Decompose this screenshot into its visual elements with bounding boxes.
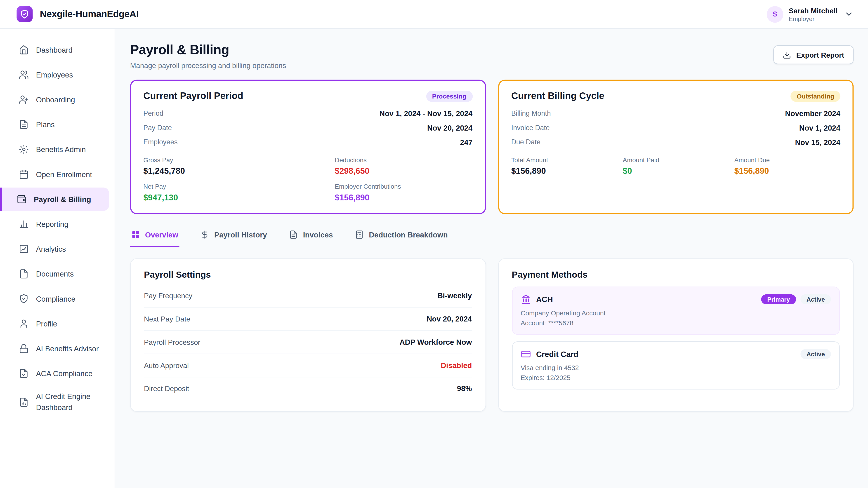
tab-label: Overview (145, 230, 178, 239)
payment-method-name: Credit Card (536, 350, 579, 359)
sidebar-item-ai-benefits-advisor[interactable]: AI Benefits Advisor (0, 337, 109, 360)
main-content: Payroll & Billing Manage payroll process… (115, 29, 868, 488)
setting-value: 98% (457, 385, 472, 393)
setting-label: Pay Frequency (144, 292, 192, 300)
detail-value: 247 (460, 138, 472, 147)
detail-value: Nov 20, 2024 (427, 124, 472, 132)
setting-row-auto-approval: Auto Approval Disabled (144, 354, 472, 377)
payment-methods-title: Payment Methods (512, 270, 840, 280)
page-header: Payroll & Billing Manage payroll process… (130, 42, 854, 70)
status-badge-processing: Processing (426, 91, 472, 102)
stat-value: $156,890 (511, 166, 617, 175)
stat-label: Employer Contributions (335, 183, 472, 190)
detail-row-pay-date: Pay Date Nov 20, 2024 (143, 121, 472, 135)
avatar: S (767, 6, 783, 22)
payroll-period-title: Current Payroll Period (143, 91, 243, 102)
sidebar-item-reporting[interactable]: Reporting (0, 213, 109, 236)
setting-value: Bi-weekly (437, 292, 472, 300)
detail-value: Nov 1, 2024 (799, 124, 840, 132)
tab-payroll-history[interactable]: Payroll History (199, 228, 268, 248)
tab-bar: Overview Payroll History Invoices Deduct… (130, 228, 854, 248)
sidebar-item-compliance[interactable]: Compliance (0, 287, 109, 311)
sidebar-item-dashboard[interactable]: Dashboard (0, 38, 109, 61)
detail-row-invoice-date: Invoice Date Nov 1, 2024 (511, 121, 840, 135)
setting-value: ADP Workforce Now (399, 338, 472, 346)
setting-value: Nov 20, 2024 (427, 315, 472, 323)
tab-overview[interactable]: Overview (130, 228, 180, 248)
calendar-icon (19, 169, 29, 179)
sidebar-item-profile[interactable]: Profile (0, 312, 109, 335)
download-icon (783, 51, 792, 59)
setting-row-next-pay-date: Next Pay Date Nov 20, 2024 (144, 308, 472, 331)
tab-label: Invoices (303, 230, 333, 239)
payment-method-detail: Account: ****5678 (521, 319, 831, 327)
sidebar-item-label: Payroll & Billing (34, 195, 91, 203)
sidebar-item-label: Documents (36, 270, 74, 278)
sidebar-item-label: AI Credit Engine Dashboard (36, 391, 101, 413)
sidebar-item-onboarding[interactable]: Onboarding (0, 88, 109, 111)
detail-value: Nov 1, 2024 - Nov 15, 2024 (379, 109, 473, 118)
detail-label: Due Date (511, 138, 540, 146)
sidebar-item-aca-compliance[interactable]: ACA Compliance (0, 362, 109, 385)
user-menu[interactable]: S Sarah Mitchell Employer (767, 6, 854, 22)
detail-label: Employees (143, 138, 178, 146)
payment-method-description: Visa ending in 4532 (521, 364, 831, 372)
sidebar-item-open-enrollment[interactable]: Open Enrollment (0, 163, 109, 186)
sidebar-item-payroll-billing[interactable]: Payroll & Billing (0, 188, 109, 211)
sidebar-item-documents[interactable]: Documents (0, 262, 109, 286)
sidebar-item-label: AI Benefits Advisor (36, 344, 99, 353)
sidebar-item-label: Profile (36, 320, 57, 328)
sidebar-item-label: Plans (36, 121, 55, 129)
payment-method-ach[interactable]: ACH Primary Active Company Operating Acc… (512, 287, 840, 335)
payroll-settings-panel: Payroll Settings Pay Frequency Bi-weekly… (130, 258, 486, 412)
detail-label: Billing Month (511, 109, 551, 117)
setting-row-pay-frequency: Pay Frequency Bi-weekly (144, 285, 472, 308)
primary-badge: Primary (761, 294, 796, 304)
stat-gross-pay: Gross Pay $1,245,780 (143, 157, 329, 175)
payroll-settings-title: Payroll Settings (144, 270, 472, 280)
payment-method-detail: Expires: 12/2025 (521, 374, 831, 382)
export-report-button[interactable]: Export Report (774, 45, 854, 64)
current-billing-cycle-card: Current Billing Cycle Outstanding Billin… (498, 80, 854, 214)
sidebar-item-label: Reporting (36, 220, 68, 228)
tab-label: Payroll History (214, 230, 267, 239)
setting-label: Direct Deposit (144, 385, 189, 393)
app-title: Nexgile-HumanEdgeAI (40, 8, 138, 20)
sidebar-item-label: ACA Compliance (36, 369, 92, 378)
top-bar: Nexgile-HumanEdgeAI S Sarah Mitchell Emp… (0, 0, 868, 29)
stat-value: $298,650 (335, 166, 472, 175)
sidebar-item-label: Open Enrollment (36, 170, 92, 178)
setting-label: Next Pay Date (144, 315, 190, 323)
grid-icon (131, 230, 140, 239)
payment-method-credit-card[interactable]: Credit Card Active Visa ending in 4532 E… (512, 341, 840, 390)
stat-label: Total Amount (511, 157, 617, 163)
user-meta: Sarah Mitchell Employer (789, 6, 837, 22)
brand: Nexgile-HumanEdgeAI (17, 6, 138, 22)
stat-net-pay: Net Pay $947,130 (143, 183, 329, 202)
active-badge: Active (800, 294, 831, 304)
detail-row-billing-month: Billing Month November 2024 (511, 106, 840, 121)
sidebar-item-plans[interactable]: Plans (0, 113, 109, 136)
sidebar-item-label: Employees (36, 70, 73, 79)
detail-label: Period (143, 109, 163, 117)
payment-methods-panel: Payment Methods ACH Primary Active Compa… (498, 258, 854, 412)
setting-label: Payroll Processor (144, 338, 200, 346)
stat-value: $947,130 (143, 193, 329, 202)
stat-amount-paid: Amount Paid $0 (623, 157, 729, 175)
setting-row-payroll-processor: Payroll Processor ADP Workforce Now (144, 331, 472, 354)
sidebar-item-benefits-admin[interactable]: Benefits Admin (0, 138, 109, 161)
stat-label: Deductions (335, 157, 472, 163)
tab-invoices[interactable]: Invoices (288, 228, 334, 248)
sidebar-item-label: Onboarding (36, 95, 75, 104)
page-subtitle: Manage payroll processing and billing op… (130, 61, 286, 70)
active-badge: Active (800, 349, 831, 359)
calculator-icon (355, 230, 364, 239)
tab-deduction-breakdown[interactable]: Deduction Breakdown (354, 228, 449, 248)
stat-employer-contributions: Employer Contributions $156,890 (335, 183, 472, 202)
user-name: Sarah Mitchell (789, 6, 837, 15)
sidebar-item-ai-credit-engine-dashboard[interactable]: AI Credit Engine Dashboard (0, 387, 109, 417)
sidebar-item-employees[interactable]: Employees (0, 63, 109, 86)
sidebar-item-analytics[interactable]: Analytics (0, 237, 109, 261)
stat-value: $156,890 (335, 193, 472, 202)
user-icon (19, 319, 29, 329)
